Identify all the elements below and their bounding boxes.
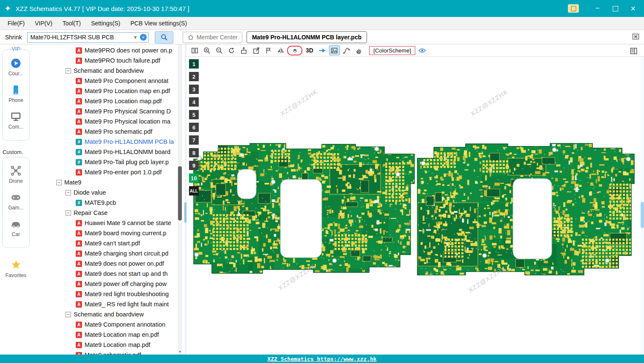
step-forward-button[interactable] <box>317 45 328 55</box>
minimize-button[interactable]: − <box>591 3 604 14</box>
tree-item-mate9-location-map-en-pdf[interactable]: AMate9 Location map en.pdf <box>32 330 177 340</box>
layer-2-button[interactable]: 2 <box>189 72 199 81</box>
flip-board-button[interactable] <box>287 46 302 55</box>
tree-item-mate9-pro-physical-location-ma[interactable]: AMate9 Pro Physical location ma <box>32 116 177 126</box>
tree-item-mate9-does-not-power-on-pdf[interactable]: AMate9 does not power on.pdf <box>32 258 177 269</box>
tree-item-mate9-board-moving-current-p[interactable]: AMate9 board moving current.p <box>32 228 177 238</box>
menu-file-f[interactable]: File(F) <box>3 20 30 27</box>
tab-pcb-file[interactable]: Mate9 Pro-HL1ALONMM PCB layer.pcb <box>247 31 367 43</box>
tree-group-schematic-and-boardview[interactable]: −Schematic and boardview <box>32 66 177 76</box>
measure-curve-button[interactable] <box>341 45 352 55</box>
tree-item-mate9-charging-short-circuit-pd[interactable]: AMate9 charging short circuit.pd <box>32 248 177 258</box>
collapse-icon[interactable]: − <box>66 210 71 216</box>
tree-scrollbar[interactable]: ▼ <box>178 44 182 355</box>
split-view-button[interactable] <box>189 45 200 55</box>
tree-item-label: Mate9PRO touch failure.pdf <box>85 57 160 64</box>
layer-8-button[interactable]: 8 <box>189 148 199 157</box>
sidebar-item-game[interactable]: Gam... <box>3 192 29 211</box>
tree-item-mate9-red-light-troubleshooting[interactable]: AMate9 red light troubleshooting <box>32 289 177 299</box>
layer-all-button[interactable]: ALL <box>189 186 199 195</box>
sidebar-item-courses[interactable]: Cour... <box>3 58 29 77</box>
layer-3-button[interactable]: 3 <box>189 85 199 94</box>
close-button[interactable]: × <box>626 3 640 14</box>
tree-item-mate9-can-t-start-pdf[interactable]: AMate9 can't start.pdf <box>32 238 177 248</box>
tree-group-repair-case[interactable]: −Repair Case <box>32 208 177 218</box>
tree-item-mate9pro-touch-failure-pdf[interactable]: AMate9PRO touch failure.pdf <box>32 55 177 66</box>
tree-item-huawei-mate-9-cannot-be-starte[interactable]: AHuawei Mate 9 cannot be starte <box>32 218 177 228</box>
collapse-icon[interactable]: − <box>66 312 71 317</box>
sidebar-item-computer[interactable]: Com... <box>3 111 29 130</box>
tree-item-mate9-component-annotation[interactable]: AMate9 Component annotation <box>32 319 177 330</box>
collapse-icon[interactable]: − <box>66 68 71 74</box>
tree-scrollbar-thumb[interactable] <box>178 166 182 220</box>
tree-group-diode-value[interactable]: −Diode value <box>32 187 177 198</box>
search-input[interactable] <box>30 34 131 41</box>
sidebar-item-drone[interactable]: Drone <box>3 165 29 184</box>
tree-item-mate9-does-not-start-up-and-th[interactable]: AMate9 does not start up and th <box>32 269 177 279</box>
tree-item-mate9-rs-red-light-fault-maint[interactable]: AMate9_ RS red light fault maint <box>32 299 177 309</box>
collapse-icon[interactable]: − <box>66 190 71 195</box>
tree-item-mate9-pro-location-map-pdf[interactable]: AMate9 Pro Location map.pdf <box>32 96 177 106</box>
menu-tool-t[interactable]: Tool(T) <box>58 20 86 27</box>
layer-1-button[interactable]: 1 <box>189 59 199 69</box>
search-combobox[interactable]: ▼ × <box>27 32 149 43</box>
search-button[interactable] <box>155 31 173 44</box>
pcb-canvas[interactable] <box>186 57 641 355</box>
tree-item-label: Mate9_ RS red light fault maint <box>85 301 169 308</box>
custom-group-label: Custom. <box>3 149 32 155</box>
sidebar-item-car[interactable]: Car <box>3 218 29 237</box>
maximize-button[interactable] <box>608 3 622 14</box>
view-3d-button[interactable]: 3D <box>304 47 315 54</box>
tree-item-mate9-pro-schematic-pdf[interactable]: AMate9 Pro schematic.pdf <box>32 126 177 137</box>
menu-pcb-view-settings-s[interactable]: PCB View settings(S) <box>125 20 192 27</box>
layer-5-button[interactable]: 5 <box>189 110 199 119</box>
scroll-down-icon[interactable]: ▼ <box>178 349 182 355</box>
tree-item-mate9-pro-hl1alonmm-board[interactable]: #Mate9 Pro-HL1ALONMM board <box>32 147 177 157</box>
sidebar-item-favorites[interactable]: Favorites <box>0 259 32 278</box>
tree-item-mate9-location-map-pdf[interactable]: AMate9 Location map.pdf <box>32 340 177 350</box>
pcb-view-area: 3D [ColorScheme] 12345678910ALL <box>186 44 644 355</box>
layer-10-button[interactable]: 10 <box>189 173 199 183</box>
tree-item-mate9-power-off-charging-pow[interactable]: AMate9 power off charging pow <box>32 279 177 289</box>
layer-6-button[interactable]: 6 <box>189 123 199 132</box>
colorscheme-button[interactable]: [ColorScheme] <box>369 46 415 55</box>
viewer-scrollbar-thumb[interactable] <box>641 202 644 228</box>
tree-item-mate9-pro-physical-scanning-d[interactable]: AMate9 Pro Physical Scanning D <box>32 106 177 116</box>
clear-search-icon[interactable]: × <box>140 34 147 41</box>
layer-7-button[interactable]: 7 <box>189 135 199 145</box>
member-center-button[interactable]: Member Center <box>183 32 242 43</box>
tree-item-mate9-pro-enter-port-1-0-pdf[interactable]: AMate9 Pro-enter port 1.0.pdf <box>32 167 177 177</box>
tree-item-mate9-schematic-pdf[interactable]: AMate9 schematic.pdf <box>32 350 177 355</box>
layer-9-button[interactable]: 9 <box>189 161 199 170</box>
vip-group-box: -VIP- Cour...PhoneCom... <box>2 50 30 140</box>
tree-item-mate9-pro-hl1alonmm-pcb-la[interactable]: #Mate9 Pro-HL1ALONMM PCB la <box>32 137 177 147</box>
viewer-scrollbar[interactable] <box>641 57 644 355</box>
vip-badge-icon[interactable] <box>568 4 579 13</box>
tree-item-mate9-pro-tail-plug-pcb-layer-p[interactable]: #Mate9 Pro-Tail plug pcb layer.p <box>32 157 177 167</box>
export-image-button[interactable] <box>250 45 261 55</box>
export-up-button[interactable] <box>238 45 249 55</box>
tree-item-mate9-pro-component-annotat[interactable]: AMate9 Pro Component annotat <box>32 76 177 86</box>
close-document-button[interactable] <box>632 33 640 42</box>
collapse-icon[interactable]: − <box>56 180 62 185</box>
tree-group-mate9[interactable]: −Mate9 <box>32 177 177 187</box>
layers-panel-button[interactable] <box>628 46 639 56</box>
pan-hand-button[interactable] <box>354 45 364 55</box>
layer-4-button[interactable]: 4 <box>189 97 199 107</box>
tree-group-schematic-and-boardview[interactable]: −Schematic and boardview <box>32 309 177 319</box>
shrink-button[interactable]: Shrink <box>2 34 25 41</box>
tree-item-mate9-pro-location-map-en-pdf[interactable]: AMate9 Pro Location map en.pdf <box>32 86 177 96</box>
menu-vip-v[interactable]: VIP(V) <box>30 20 57 27</box>
tree-item-mate9pro-does-not-power-on-p[interactable]: AMate9PRO does not power on.p <box>32 45 177 55</box>
chevron-down-icon[interactable]: ▼ <box>133 35 138 40</box>
mirror-horizontal-button[interactable] <box>275 45 286 55</box>
refresh-view-button[interactable] <box>226 45 237 55</box>
pin-flag-button[interactable] <box>263 45 274 55</box>
menu-settings-s[interactable]: Settings(S) <box>86 20 125 27</box>
tree-item-mate9-pcb[interactable]: #MATE9.pcb <box>32 198 177 208</box>
board-image-button[interactable] <box>329 45 340 55</box>
toggle-visibility-button[interactable] <box>417 45 428 55</box>
sidebar-item-phone[interactable]: Phone <box>3 84 29 103</box>
zoom-in-button[interactable] <box>201 45 212 55</box>
zoom-out-button[interactable] <box>214 45 225 55</box>
